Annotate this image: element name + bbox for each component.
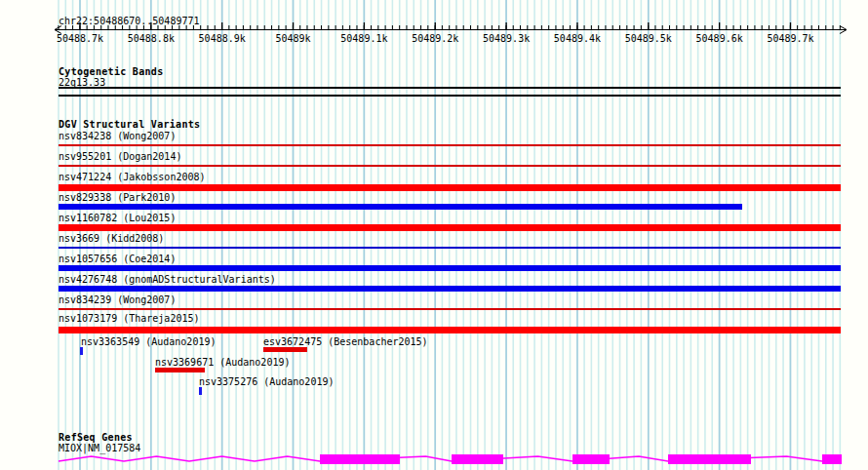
exon-box[interactable]	[668, 454, 751, 464]
exon-box[interactable]	[452, 454, 503, 464]
exon-box[interactable]	[822, 454, 842, 464]
exon-box[interactable]	[320, 454, 400, 464]
exon-box[interactable]	[572, 454, 610, 464]
genome-browser-panel: chr22:50488670..50489771 Cytogenetic Ban…	[0, 0, 868, 470]
gene-model-glyph[interactable]	[0, 0, 868, 470]
